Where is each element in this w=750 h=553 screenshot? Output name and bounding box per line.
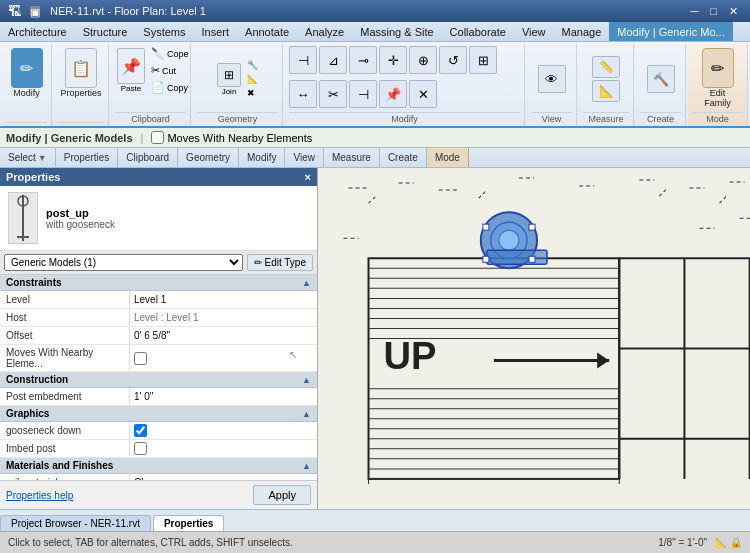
- section-construction[interactable]: Construction ▲: [0, 372, 317, 388]
- type-subtitle: with gooseneck: [46, 219, 115, 230]
- menu-view[interactable]: View: [514, 22, 554, 41]
- geo-btn3[interactable]: ✖: [245, 87, 260, 99]
- join-btn[interactable]: ⊞ Join: [215, 61, 243, 98]
- menu-insert[interactable]: Insert: [194, 22, 238, 41]
- menu-analyze[interactable]: Analyze: [297, 22, 352, 41]
- rbar-select[interactable]: Select ▼: [0, 148, 56, 167]
- offset-btn[interactable]: ⊿: [319, 46, 347, 74]
- geo-btn1[interactable]: 🔧: [245, 59, 260, 71]
- geo-btn2[interactable]: 📐: [245, 73, 260, 85]
- ribbon-group-label-modify-tools: Modify: [289, 112, 520, 124]
- app-icon: 🏗: [8, 3, 22, 19]
- statusbar: Click to select, TAB for alternates, CTR…: [0, 531, 750, 553]
- paste-btn[interactable]: 📌 Paste: [115, 46, 147, 112]
- prop-value-offset[interactable]: 0' 6 5/8": [130, 327, 317, 344]
- trim-icon: ✂: [328, 87, 339, 102]
- gooseneck-down-checkbox[interactable]: [134, 424, 147, 437]
- create-btn[interactable]: 🔨: [647, 65, 675, 93]
- copy-btn[interactable]: 📄Copy: [149, 80, 191, 95]
- tab-properties[interactable]: Properties: [153, 515, 224, 531]
- measure-btn2[interactable]: 📐: [592, 80, 620, 102]
- props-type-select[interactable]: Generic Models (1): [4, 254, 243, 271]
- window-controls: ▣: [30, 6, 40, 16]
- menu-icon[interactable]: ▣: [30, 6, 40, 16]
- prop-value-gooseneck-down[interactable]: [130, 422, 317, 439]
- menu-structure[interactable]: Structure: [75, 22, 136, 41]
- prop-value-post-embed[interactable]: 1' 0": [130, 388, 317, 405]
- menu-collaborate[interactable]: Collaborate: [442, 22, 514, 41]
- unpin-btn[interactable]: 📌: [379, 80, 407, 108]
- prop-value-level[interactable]: Level 1: [130, 291, 317, 308]
- array-btn[interactable]: ⊞: [469, 46, 497, 74]
- menu-modify[interactable]: Modify | Generic Mo...: [609, 22, 732, 41]
- edit-family-btn[interactable]: ✏ Edit Family: [692, 46, 743, 110]
- props-close-btn[interactable]: ×: [305, 171, 311, 183]
- rbar-measure[interactable]: Measure: [324, 148, 380, 167]
- menu-architecture[interactable]: Architecture: [0, 22, 75, 41]
- delete-btn[interactable]: ✕: [409, 80, 437, 108]
- tab-project-browser[interactable]: Project Browser - NER-11.rvt: [0, 515, 151, 531]
- apply-btn[interactable]: Apply: [253, 485, 311, 505]
- cut-btn[interactable]: ✂Cut: [149, 63, 191, 78]
- moves-with-checkbox-label[interactable]: Moves With Nearby Elements: [151, 131, 312, 144]
- align-btn[interactable]: ⊣: [289, 46, 317, 74]
- view-btn[interactable]: 👁: [538, 65, 566, 93]
- canvas-area[interactable]: UP: [318, 168, 750, 509]
- ribbon-group-label-props: [58, 122, 104, 124]
- rbar-clipboard[interactable]: Clipboard: [118, 148, 178, 167]
- ribbon-bar-section: Select ▼ Properties Clipboard Geometry M…: [0, 148, 750, 168]
- ribbon-group-label-geometry: Geometry: [197, 112, 278, 124]
- moves-with-checkbox[interactable]: [151, 131, 164, 144]
- props-help-link[interactable]: Properties help: [6, 490, 73, 501]
- ribbon-btn-modify[interactable]: ✏ Modify: [7, 46, 47, 100]
- menu-systems[interactable]: Systems: [135, 22, 193, 41]
- rbar-geometry[interactable]: Geometry: [178, 148, 239, 167]
- geo-icon1: 🔧: [247, 60, 258, 70]
- prop-row-offset: Offset 0' 6 5/8": [0, 327, 317, 345]
- moves-with-prop-checkbox[interactable]: [134, 352, 147, 365]
- type-svg-icon: [9, 193, 37, 243]
- clipboard-btns: 📌 Paste 🔪Cope ✂Cut 📄Copy: [115, 46, 186, 112]
- geo-icon3: ✖: [247, 88, 255, 98]
- move-btn[interactable]: ✛: [379, 46, 407, 74]
- trim-btn[interactable]: ✂: [319, 80, 347, 108]
- prop-label-moves-with: Moves With Nearby Eleme...: [0, 345, 130, 371]
- cope-btn[interactable]: 🔪Cope: [149, 46, 191, 61]
- prop-value-imbed-post[interactable]: [130, 440, 317, 457]
- rbar-create[interactable]: Create: [380, 148, 427, 167]
- geo-icon2: 📐: [247, 74, 258, 84]
- rbar-view[interactable]: View: [285, 148, 324, 167]
- rbar-geo-label: Geometry: [186, 152, 230, 163]
- maximize-btn[interactable]: □: [706, 5, 721, 18]
- mirror-btn[interactable]: ⊸: [349, 46, 377, 74]
- status-text: Click to select, TAB for alternates, CTR…: [8, 537, 650, 548]
- rbar-clip-label: Clipboard: [126, 152, 169, 163]
- rbar-mode[interactable]: Mode: [427, 148, 469, 167]
- prop-row-moves-with: Moves With Nearby Eleme... ↖: [0, 345, 317, 372]
- menu-annotate[interactable]: Annotate: [237, 22, 297, 41]
- ribbon-btn-properties[interactable]: 📋 Properties: [56, 46, 105, 100]
- section-materials[interactable]: Materials and Finishes ▲: [0, 458, 317, 474]
- scale-icon: ↔: [297, 87, 310, 102]
- menu-manage[interactable]: Manage: [554, 22, 610, 41]
- separator: |: [141, 132, 144, 144]
- rbar-properties[interactable]: Properties: [56, 148, 119, 167]
- minimize-btn[interactable]: ─: [687, 5, 703, 18]
- scale-btn[interactable]: ↔: [289, 80, 317, 108]
- status-scale: 1/8" = 1'-0": [658, 537, 707, 548]
- imbed-post-checkbox[interactable]: [134, 442, 147, 455]
- cut-copy-area: 🔪Cope ✂Cut 📄Copy: [149, 46, 191, 112]
- menu-massing[interactable]: Massing & Site: [352, 22, 441, 41]
- copy-tool-btn[interactable]: ⊕: [409, 46, 437, 74]
- close-btn[interactable]: ✕: [725, 5, 742, 18]
- edit-type-btn[interactable]: ✏ Edit Type: [247, 254, 313, 271]
- section-graphics[interactable]: Graphics ▲: [0, 406, 317, 422]
- rbar-modify[interactable]: Modify: [239, 148, 285, 167]
- section-constraints[interactable]: Constraints ▲: [0, 275, 317, 291]
- edit-type-icon: ✏: [254, 257, 262, 268]
- rotate-btn[interactable]: ↺: [439, 46, 467, 74]
- copy-tool-icon: ⊕: [418, 53, 429, 68]
- ribbon-group-label-view: View: [531, 112, 572, 124]
- split-btn[interactable]: ⊣: [349, 80, 377, 108]
- measure-btn1[interactable]: 📏: [592, 56, 620, 78]
